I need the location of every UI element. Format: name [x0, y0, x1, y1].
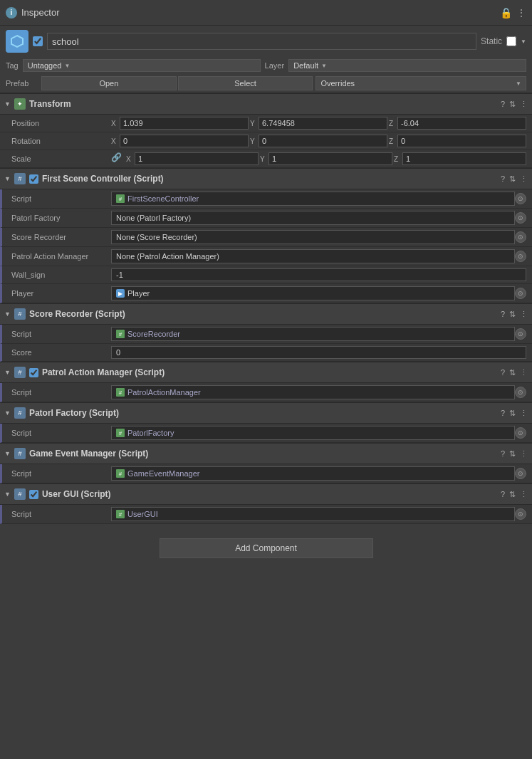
first-scene-arrow-icon[interactable]: ▼ — [4, 175, 11, 182]
tag-chevron-icon: ▼ — [64, 63, 70, 69]
patrol-action-manager-active-checkbox[interactable] — [29, 368, 38, 377]
first-scene-script-select-btn[interactable]: ⊙ — [515, 193, 526, 204]
first-scene-settings-icon[interactable]: ⇅ — [509, 174, 516, 184]
score-recorder-script-select-btn[interactable]: ⊙ — [515, 328, 526, 340]
rotation-y-input[interactable] — [259, 135, 387, 147]
scale-y-label: Y — [260, 155, 268, 163]
transform-settings-icon[interactable]: ⇅ — [509, 100, 516, 109]
patrol-action-manager-script-select-btn[interactable]: ⊙ — [515, 387, 526, 398]
score-recorder-fsc-select-btn[interactable]: ⊙ — [515, 231, 526, 243]
user-gui-script-select-btn[interactable]: ⊙ — [515, 508, 526, 520]
patrol-action-manager-title: Patrol Action Manager (Script) — [42, 367, 497, 377]
patrol-action-manager-fsc-row: Patrol Action Manager None (Patrol Actio… — [0, 247, 532, 266]
scale-z-input[interactable] — [402, 152, 526, 165]
game-event-manager-script-value: GameEventManager — [127, 469, 200, 478]
position-y-input[interactable] — [259, 117, 387, 130]
user-gui-arrow-icon[interactable]: ▼ — [4, 491, 11, 498]
user-gui-settings-icon[interactable]: ⇅ — [509, 490, 516, 499]
score-recorder-header: ▼ # Score Recorder (Script) ? ⇅ ⋮ — [0, 303, 532, 325]
patorl-factory-arrow-icon[interactable]: ▼ — [4, 409, 11, 417]
lock-icon[interactable]: 🔒 — [500, 7, 512, 19]
score-recorder-title: Score Recorder (Script) — [29, 309, 497, 319]
player-obj-icon: ▶ — [116, 289, 125, 298]
static-chevron-icon[interactable]: ▼ — [521, 38, 526, 45]
game-event-manager-title: Game Event Manager (Script) — [29, 449, 497, 459]
scale-x-input[interactable] — [135, 152, 259, 165]
transform-help-icon[interactable]: ? — [501, 100, 505, 108]
first-scene-help-icon[interactable]: ? — [501, 174, 505, 183]
patorl-factory-value: None (Patorl Factory) — [116, 214, 191, 222]
more-options-icon[interactable]: ⋮ — [516, 7, 526, 19]
prefab-row: Prefab Open Select Overrides ▼ — [0, 74, 532, 93]
score-recorder-script-row: Script # ScoreRecorder ⊙ — [0, 325, 532, 344]
position-x-field: X — [111, 117, 249, 130]
patorl-factory-help-icon[interactable]: ? — [501, 409, 505, 417]
game-event-manager-settings-icon[interactable]: ⇅ — [509, 449, 516, 459]
prefab-open-button[interactable]: Open — [41, 76, 177, 90]
first-scene-active-checkbox[interactable] — [29, 174, 38, 184]
game-event-manager-arrow-icon[interactable]: ▼ — [4, 450, 11, 457]
patorl-factory-more-icon[interactable]: ⋮ — [520, 409, 528, 418]
position-x-input[interactable] — [120, 117, 249, 130]
game-event-manager-icon: # — [14, 448, 26, 459]
tag-dropdown[interactable]: Untagged ▼ — [23, 59, 261, 72]
object-active-checkbox[interactable] — [33, 36, 43, 46]
add-component-button[interactable]: Add Component — [160, 538, 373, 558]
patrol-action-manager-script-row: Script # PatrolActionManager ⊙ — [0, 383, 532, 402]
score-recorder-icon: # — [14, 308, 26, 320]
scale-xyz-group: 🔗 X Y Z — [111, 152, 526, 165]
static-label: Static — [481, 36, 502, 46]
first-scene-more-icon[interactable]: ⋮ — [520, 174, 528, 184]
player-label: Player — [11, 289, 111, 298]
patrol-action-manager-help-icon[interactable]: ? — [501, 368, 505, 377]
score-recorder-more-icon[interactable]: ⋮ — [520, 310, 528, 319]
prefab-overrides-button[interactable]: Overrides ▼ — [315, 76, 526, 90]
user-gui-active-checkbox[interactable] — [29, 490, 38, 499]
transform-arrow-icon[interactable]: ▼ — [4, 100, 11, 108]
game-event-manager-more-icon[interactable]: ⋮ — [520, 449, 528, 459]
scale-y-input[interactable] — [268, 152, 392, 165]
transform-more-icon[interactable]: ⋮ — [520, 100, 528, 109]
position-z-input[interactable] — [397, 117, 526, 130]
title-bar: i Inspector 🔒 ⋮ — [0, 0, 532, 26]
game-event-manager-script-select-btn[interactable]: ⊙ — [515, 468, 526, 479]
score-recorder-settings-icon[interactable]: ⇅ — [509, 310, 516, 319]
object-icon — [6, 30, 28, 53]
patorl-factory-script-select-btn[interactable]: ⊙ — [515, 427, 526, 439]
player-select-btn[interactable]: ⊙ — [515, 288, 526, 299]
scale-x-field: X — [126, 152, 259, 165]
rotation-label: Rotation — [11, 137, 111, 145]
patrol-action-manager-fsc-select-btn[interactable]: ⊙ — [515, 251, 526, 262]
static-checkbox[interactable] — [506, 36, 516, 46]
game-event-manager-help-icon[interactable]: ? — [501, 449, 505, 458]
patrol-action-manager-arrow-icon[interactable]: ▼ — [4, 369, 11, 376]
layer-dropdown[interactable]: Default ▼ — [288, 59, 526, 72]
rotation-z-label: Z — [389, 137, 397, 145]
first-scene-script-label: Script — [11, 194, 111, 203]
scale-y-field: Y — [260, 152, 392, 165]
patrol-action-manager-settings-icon[interactable]: ⇅ — [509, 368, 516, 377]
score-text: 0 — [116, 348, 120, 357]
prefab-select-button[interactable]: Select — [178, 76, 313, 90]
score-recorder-arrow-icon[interactable]: ▼ — [4, 310, 11, 318]
rotation-z-input[interactable] — [397, 135, 526, 147]
game-event-manager-script-label: Script — [11, 469, 111, 478]
rotation-x-input[interactable] — [120, 135, 249, 147]
object-name-input[interactable] — [47, 33, 476, 50]
wall-sign-label: Wall_sign — [11, 271, 111, 279]
score-recorder-help-icon[interactable]: ? — [501, 310, 505, 318]
position-x-label: X — [111, 120, 120, 127]
position-y-field: Y — [250, 117, 387, 130]
user-gui-more-icon[interactable]: ⋮ — [520, 490, 528, 499]
first-scene-script-row: Script # FirstSceneController ⊙ — [0, 189, 532, 209]
user-gui-help-icon[interactable]: ? — [501, 490, 505, 498]
patorl-factory-script-row: Script # PatorlFactory ⊙ — [0, 424, 532, 443]
inspector-title: Inspector — [21, 7, 59, 18]
scale-lock-icon[interactable]: 🔗 — [111, 152, 122, 165]
player-value: Player — [127, 289, 150, 298]
patorl-factory-settings-icon[interactable]: ⇅ — [509, 409, 516, 418]
patorl-factory-header: ▼ # Patorl Factory (Script) ? ⇅ ⋮ — [0, 402, 532, 424]
user-gui-title: User GUI (Script) — [42, 489, 497, 499]
patorl-factory-select-btn[interactable]: ⊙ — [515, 212, 526, 224]
patrol-action-manager-more-icon[interactable]: ⋮ — [520, 368, 528, 377]
